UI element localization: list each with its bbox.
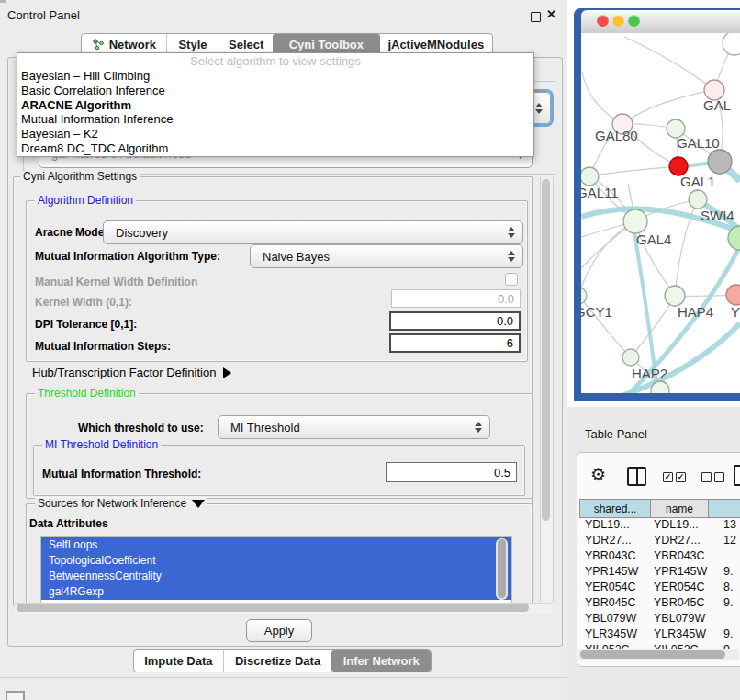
table-row[interactable]: YPR145WYPR145W9. [579,565,740,581]
network-node[interactable] [723,33,740,55]
algorithm-option[interactable]: Mutual Information Inference [17,112,533,127]
close-traffic-light[interactable] [597,15,609,27]
attribute-item[interactable]: BetweennessCentrality [41,569,511,584]
unchecked-checkbox-icon[interactable] [701,472,712,482]
cell-shared: YBL079W [585,612,636,625]
spinner-icon [503,227,519,238]
cell-name: YER054C [654,581,705,593]
cell-attr: 13 [723,518,736,531]
network-node-hap2[interactable] [622,349,639,366]
network-node-gcy1[interactable] [581,288,587,304]
cell-attr: 9. [723,565,733,578]
cell-attr: 8. [723,581,733,593]
zoom-traffic-light[interactable] [628,15,640,27]
dropdown-prompt: Select algorithm to view settings [17,53,533,69]
bottom-left-partial-icon [6,691,25,700]
unchecked-checkbox-icon[interactable] [714,472,724,482]
cell-name: YPR145W [654,565,707,578]
panel-title: Control Panel [7,8,80,22]
tab-infer-network[interactable]: Infer Network [331,650,431,672]
mi-steps-label: Mutual Information Steps: [35,340,171,353]
network-graph: GALGAL80GAL10GAL1GAL11SWI4GAL4GCY1HAP4YH… [581,33,740,393]
table-row[interactable]: YBL079WYBL079W [579,612,740,627]
column-header-name[interactable]: name [650,499,709,518]
manual-kernel-checkbox[interactable] [505,273,518,286]
manual-kernel-label: Manual Kernel Width Definition [35,276,197,288]
mi-steps-input[interactable]: 6 [389,333,521,353]
algorithm-option[interactable]: Basic Correlation Inference [17,84,533,98]
table-horizontal-scrollbar-thumb[interactable] [580,650,725,659]
spinner-icon [503,251,519,262]
table-columns-icon[interactable] [627,467,646,486]
table-row[interactable]: YLR345WYLR345W9. [579,627,740,643]
algorithm-option[interactable]: ARACNE Algorithm [17,98,533,113]
table-row[interactable]: YBR045CYBR045C9. [579,596,740,612]
node-label: HAP2 [632,366,667,381]
network-node-y[interactable] [726,285,740,305]
network-node-swi4[interactable] [689,190,707,209]
list-scrollbar-thumb[interactable] [498,539,506,598]
dpi-tolerance-input[interactable]: 0.0 [389,311,521,331]
hub-definition-expander[interactable]: Hub/Transcription Factor Definition [32,366,231,379]
table-row[interactable]: YDR27...YDR27...12 [579,534,740,549]
close-icon[interactable]: ✕ [546,7,556,21]
table-row[interactable]: YER054CYER054C8. [579,581,740,596]
node-label: GAL [703,97,731,113]
float-window-icon[interactable] [531,12,541,22]
tab-network[interactable]: Network [82,34,166,54]
network-edge[interactable] [581,221,635,296]
document-icon[interactable] [734,465,740,486]
spinner-icon [470,422,486,433]
mi-threshold-input[interactable]: 0.5 [386,462,517,482]
column-header-shared[interactable]: shared... [579,499,651,518]
network-window-titlebar[interactable] [581,10,740,34]
node-label: GAL1 [680,174,715,189]
network-node-gal11[interactable] [581,167,599,186]
node-table[interactable]: shared... name YDL19...YDL19...13YDR27..… [579,499,740,660]
attribute-item[interactable]: gal4RGexp [41,584,511,600]
kernel-width-input[interactable]: 0.0 [391,289,521,308]
cell-name: YDR27... [654,534,701,547]
minimize-traffic-light[interactable] [612,15,624,27]
checked-checkbox-icon[interactable]: ✓ [676,472,686,482]
data-attributes-list[interactable]: SelfLoopsTopologicalCoefficientBetweenne… [40,536,512,604]
tab-discretize-data[interactable]: Discretize Data [223,650,332,672]
network-node[interactable] [708,150,732,174]
corner-artifact [0,0,6,3]
node-label: GAL10 [677,135,720,151]
which-threshold-combo[interactable]: MI Threshold [218,415,490,439]
mi-algorithm-type-combo[interactable]: Naive Bayes [250,244,523,268]
network-node-gal4[interactable] [623,209,647,233]
table-row[interactable]: YDL19...YDL19...13 [579,518,740,534]
gear-icon[interactable]: ⚙ [590,464,606,485]
sources-expander[interactable]: Sources for Network Inference [35,498,207,509]
network-node-gal1[interactable] [669,157,688,175]
table-row[interactable]: YBR043CYBR043C [579,549,740,565]
network-edge[interactable] [624,37,714,90]
tab-impute-data[interactable]: Impute Data [134,650,223,672]
attribute-item[interactable]: SelfLoops [41,537,511,553]
tab-jactivemnodules[interactable]: jActiveMNodules [380,34,492,54]
checked-checkbox-icon[interactable]: ✓ [663,472,673,482]
aracne-mode-label: Aracne Mode: [35,226,107,239]
node-label: GAL11 [581,185,619,200]
column-header-attr[interactable] [708,499,740,518]
network-edge[interactable] [622,90,714,124]
algorithm-option[interactable]: Bayesian – K2 [17,127,533,141]
cell-shared: YBR043C [585,549,636,562]
aracne-mode-combo[interactable]: Discovery [103,220,523,244]
tab-select[interactable]: Select [219,34,273,54]
network-node-hap4[interactable] [665,286,685,306]
mi-threshold-label: Mutual Information Threshold: [42,468,201,480]
algorithm-option[interactable]: Dream8 DC_TDC Algorithm [17,141,533,156]
tab-cyni-toolbox[interactable]: Cyni Toolbox [273,34,379,54]
attribute-item[interactable]: TopologicalCoefficient [41,553,511,569]
settings-horizontal-scrollbar-thumb[interactable] [17,604,529,612]
tab-style[interactable]: Style [166,34,219,54]
apply-button[interactable]: Apply [246,619,312,642]
algorithm-option[interactable]: Bayesian – Hill Climbing [17,69,533,84]
settings-vertical-scrollbar-thumb[interactable] [542,179,550,521]
network-canvas[interactable]: GALGAL80GAL10GAL1GAL11SWI4GAL4GCY1HAP4YH… [581,33,740,393]
bottom-tab-bar: Impute Data Discretize Data Infer Networ… [133,649,432,672]
network-edge[interactable] [589,166,678,176]
